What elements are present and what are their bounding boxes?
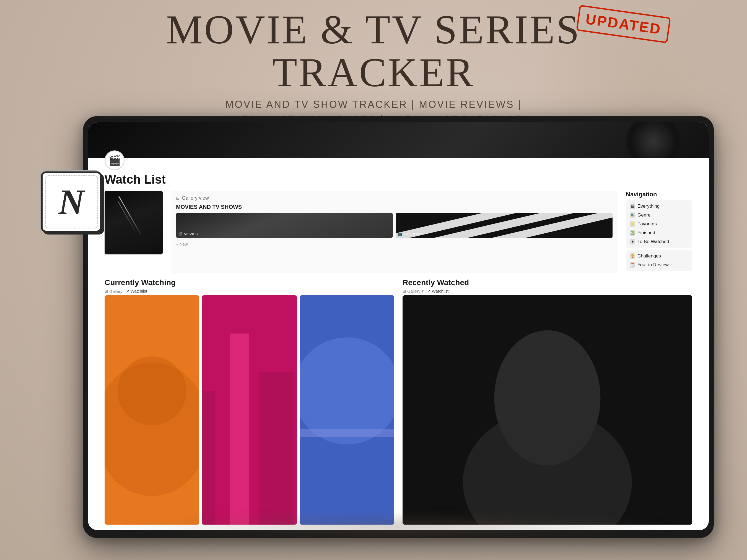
recently-watched-watchlist-link[interactable]: ↗ Watchlist — [427, 289, 448, 294]
nav-label-finished: Finished — [638, 230, 655, 236]
genre-icon: 🎭 — [630, 212, 635, 218]
svg-rect-10 — [230, 334, 249, 525]
svg-point-6 — [118, 356, 186, 425]
currently-watching-watchlist-link[interactable]: ↗ Watchlist — [126, 289, 147, 294]
currently-watching-thumb-1[interactable] — [105, 295, 199, 525]
nav-label-everything: Everything — [638, 204, 660, 209]
to-be-watched-icon: 👁 — [630, 239, 635, 244]
currently-watching-panel: Currently Watching ⊞ Gallery ↗ Watchlist — [105, 278, 394, 525]
content-area: ⊞ Gallery view MOVIES AND TV SHOWS 🎬 MOV… — [88, 186, 709, 530]
top-section: ⊞ Gallery view MOVIES AND TV SHOWS 🎬 MOV… — [105, 191, 692, 273]
svg-point-14 — [300, 337, 394, 445]
image-line-2 — [118, 201, 136, 233]
recently-watched-gallery — [403, 295, 692, 525]
finished-icon: ✅ — [630, 230, 635, 236]
nav-item-finished[interactable]: ✅ Finished — [627, 229, 691, 237]
tablet-screen: 🎬 Watch List ⊞ — [88, 122, 709, 530]
notion-letter: N — [58, 181, 84, 223]
nav-label-favorites: Favorites — [638, 221, 657, 227]
bottom-section: Currently Watching ⊞ Gallery ↗ Watchlist — [105, 278, 692, 525]
currently-watching-meta: ⊞ Gallery ↗ Watchlist — [105, 289, 394, 294]
currently-watching-view: ⊞ Gallery — [105, 289, 123, 294]
page-title-row: Watch List — [88, 170, 709, 186]
page-title: Watch List — [105, 172, 692, 186]
gallery-view-label: Gallery view — [182, 195, 209, 201]
nav-item-favorites[interactable]: ⭐ Favorites — [627, 219, 691, 229]
tv-thumbnail[interactable]: 📺 TV SHOWS — [396, 213, 613, 238]
svg-rect-9 — [202, 391, 215, 525]
nav-title: Navigation — [626, 191, 692, 198]
page-icon-area: 🎬 — [88, 151, 709, 170]
gallery-section-title: MOVIES AND TV SHOWS — [176, 204, 613, 210]
navigation-panel: Navigation 🎬 Everything 🎭 Genre — [626, 191, 692, 273]
movies-thumbnail[interactable]: 🎬 MOVIES — [176, 213, 393, 238]
nav-item-challenges[interactable]: 🏆 Challenges — [627, 252, 691, 261]
notion-logo-block: N — [41, 171, 102, 232]
recently-watched-thumb-1[interactable] — [403, 295, 692, 525]
title-area: MOVIE & TV SERIES TRACKER MOVIE AND TV S… — [0, 8, 747, 127]
challenges-icon: 🏆 — [630, 253, 635, 259]
tv-label: TV SHOWS — [403, 232, 422, 236]
recently-watched-title: Recently Watched — [403, 278, 692, 287]
main-title: MOVIE & TV SERIES TRACKER — [0, 8, 747, 94]
gallery-header: ⊞ Gallery view — [176, 195, 613, 201]
image-line-1 — [119, 196, 141, 235]
nav-label-year-in-review: Year in Review — [638, 262, 669, 268]
svg-rect-15 — [300, 429, 394, 437]
new-button[interactable]: + New — [176, 241, 613, 246]
recently-watched-panel: Recently Watched ⊞ Gallery ▾ ↗ Watchlist — [403, 278, 692, 525]
svg-rect-11 — [259, 372, 293, 525]
nav-item-to-be-watched[interactable]: 👁 To Be Watched — [627, 237, 691, 246]
year-in-review-icon: 📅 — [630, 262, 635, 268]
favorites-icon: ⭐ — [630, 221, 635, 227]
currently-watching-thumb-3[interactable] — [300, 295, 394, 525]
nav-label-to-be-watched: To Be Watched — [638, 239, 669, 244]
currently-watching-thumb-2[interactable] — [202, 295, 297, 525]
page-icon: 🎬 — [105, 151, 125, 170]
currently-watching-gallery — [105, 295, 394, 525]
tablet-container: 🎬 Watch List ⊞ — [83, 116, 714, 538]
nav-label-challenges: Challenges — [638, 253, 661, 259]
recently-watched-meta: ⊞ Gallery ▾ ↗ Watchlist — [403, 289, 692, 294]
tablet-device: 🎬 Watch List ⊞ — [83, 116, 714, 538]
tablet-shadow — [114, 516, 682, 538]
nav-item-everything[interactable]: 🎬 Everything — [627, 202, 691, 211]
nav-item-year-in-review[interactable]: 📅 Year in Review — [627, 261, 691, 269]
recently-watched-view: ⊞ Gallery ▾ — [403, 289, 424, 294]
gallery-thumbnails: 🎬 MOVIES — [176, 213, 613, 238]
movies-label: MOVIES — [184, 232, 198, 236]
nav-item-genre[interactable]: 🎭 Genre — [627, 211, 691, 219]
currently-watching-title: Currently Watching — [105, 278, 394, 287]
big-hero-image — [105, 191, 163, 255]
notion-block-inner: N — [41, 171, 102, 232]
nav-group-2: 🏆 Challenges 📅 Year in Review — [626, 250, 692, 271]
nav-group-1: 🎬 Everything 🎭 Genre ⭐ Favorites — [626, 200, 692, 248]
nav-label-genre: Genre — [638, 212, 650, 218]
gallery-section: ⊞ Gallery view MOVIES AND TV SHOWS 🎬 MOV… — [171, 191, 618, 273]
everything-icon: 🎬 — [630, 204, 635, 209]
